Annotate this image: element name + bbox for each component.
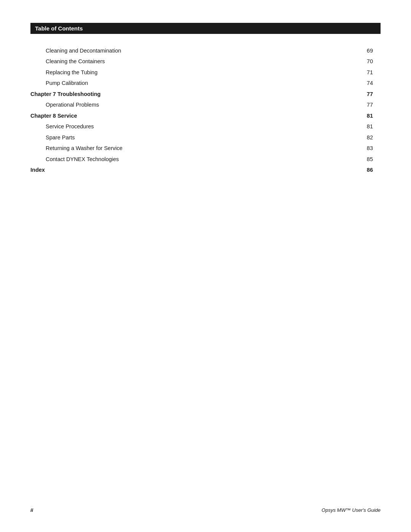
toc-entry-text: Chapter 8 Service (30, 110, 335, 121)
toc-entry-text: Cleaning and Decontamination (30, 45, 335, 56)
toc-entry-page: 74 (335, 78, 381, 88)
toc-entry-page: 71 (335, 67, 381, 78)
toc-entry-text: Replacing the Tubing (30, 67, 335, 78)
toc-entry-text: Spare Parts (30, 132, 335, 143)
toc-entry-page: 70 (335, 56, 381, 67)
toc-entry-page: 81 (335, 121, 381, 132)
toc-entry-text: Service Procedures (30, 121, 335, 132)
toc-entry-text: Contact DYNEX Technologies (30, 154, 335, 165)
toc-entry-page: 69 (335, 45, 381, 56)
toc-entry-text: Chapter 7 Troubleshooting (30, 89, 335, 99)
toc-entry-page: 85 (335, 154, 381, 165)
footer: ii Opsys MW™ User's Guide (30, 507, 381, 513)
footer-right: Opsys MW™ User's Guide (322, 507, 381, 513)
toc-entry-page: 86 (335, 165, 381, 175)
toc-header-title: Table of Contents (35, 25, 83, 32)
toc-header: Table of Contents (30, 23, 381, 34)
toc-entry-page: 77 (335, 99, 381, 110)
toc-entry-text: Operational Problems (30, 99, 335, 110)
toc-entry-page: 83 (335, 143, 381, 153)
toc-entry-text: Returning a Washer for Service (30, 143, 335, 153)
toc-entry-page: 82 (335, 132, 381, 143)
toc-entry-text: Cleaning the Containers (30, 56, 335, 67)
toc-entry-text: Index (30, 165, 335, 175)
toc-table: Cleaning and Decontamination69Cleaning t… (30, 45, 381, 176)
page: Table of Contents Cleaning and Decontami… (0, 0, 411, 532)
toc-entry-page: 81 (335, 110, 381, 121)
toc-entry-text: Pump Calibration (30, 78, 335, 88)
footer-left: ii (30, 507, 33, 513)
toc-entry-page: 77 (335, 89, 381, 99)
